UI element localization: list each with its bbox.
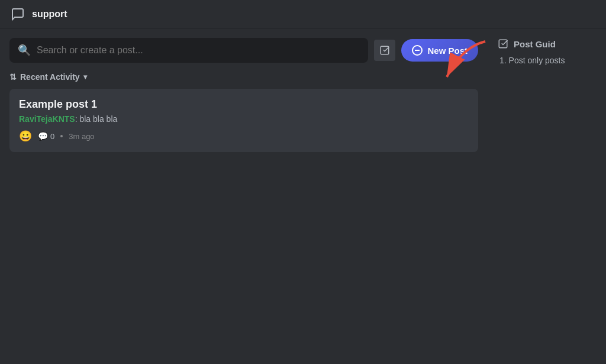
right-panel: Post Guid 1. Post only posts [488, 28, 606, 364]
post-emoji: 😀 [19, 130, 32, 143]
post-preview-text: : bla bla bla [75, 114, 118, 124]
post-card[interactable]: Example post 1 RaviTejaKNTS: bla bla bla… [9, 89, 478, 152]
post-author: RaviTejaKNTS [19, 114, 75, 124]
guide-checkbox-icon [497, 38, 509, 50]
search-box[interactable]: 🔍 [9, 38, 368, 63]
forum-icon [9, 6, 26, 22]
svg-rect-0 [381, 46, 389, 54]
search-area: 🔍 New Post [9, 38, 478, 63]
comment-count: 💬 0 [38, 131, 54, 141]
post-meta: 😀 💬 0 3m ago [19, 130, 469, 143]
svg-rect-1 [499, 40, 507, 48]
guide-title: Post Guid [514, 39, 556, 49]
sort-icon: ⇅ [9, 72, 17, 82]
main-content: 🔍 New Post ⇅ Recent Activity ▾ Example p [0, 28, 606, 364]
sort-label: Recent Activity [20, 72, 80, 82]
comment-icon: 💬 [38, 131, 48, 141]
search-icon: 🔍 [18, 44, 31, 57]
guide-content: 1. Post only posts [497, 56, 597, 65]
header: support [0, 0, 606, 28]
dot-separator [60, 135, 63, 137]
sort-bar[interactable]: ⇅ Recent Activity ▾ [9, 72, 478, 82]
guide-header: Post Guid [497, 38, 597, 50]
new-post-icon [412, 45, 423, 56]
filter-checkbox-button[interactable] [374, 40, 395, 61]
chevron-down-icon: ▾ [83, 73, 87, 81]
checkbox-icon [379, 45, 390, 56]
left-panel: 🔍 New Post ⇅ Recent Activity ▾ Example p [0, 28, 488, 364]
post-preview: RaviTejaKNTS: bla bla bla [19, 114, 469, 124]
new-post-label: New Post [427, 46, 468, 56]
post-title: Example post 1 [19, 98, 469, 111]
comment-number: 0 [50, 132, 54, 141]
channel-name: support [32, 9, 67, 20]
new-post-button[interactable]: New Post [401, 39, 478, 62]
search-input[interactable] [37, 45, 360, 56]
post-timestamp: 3m ago [69, 132, 94, 141]
